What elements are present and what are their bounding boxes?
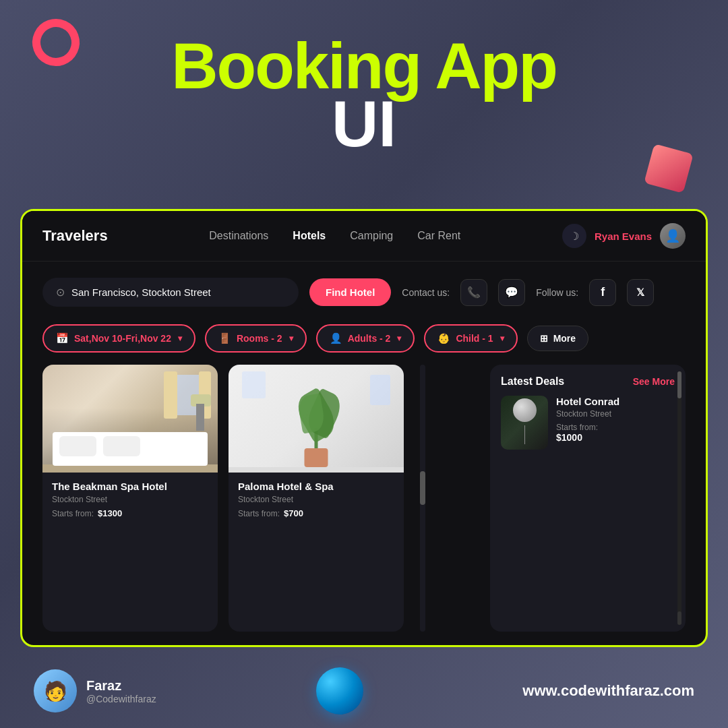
deal-image xyxy=(501,396,548,450)
search-row: ⊙ Find Hotel Contact us: 📞 💬 Follow us: … xyxy=(42,278,686,307)
app-card: Travelers Destinations Hotels Camping Ca… xyxy=(20,209,708,647)
hotels-scrollbar[interactable] xyxy=(420,365,425,632)
navbar: Travelers Destinations Hotels Camping Ca… xyxy=(22,211,706,262)
deals-panel: Latest Deals See More Hotel Conrad Stock… xyxy=(490,365,686,632)
deals-header: Latest Deals See More xyxy=(501,375,675,388)
hotel-price-row: Starts from: $700 xyxy=(238,508,394,518)
child-filter[interactable]: 👶 Child - 1 ▾ xyxy=(424,324,517,353)
user-name: Ryan Evans xyxy=(595,231,652,242)
hotel-image-bedroom xyxy=(42,365,218,473)
date-filter[interactable]: 📅 Sat,Nov 10-Fri,Nov 22 ▾ xyxy=(42,324,195,353)
rooms-icon: 🚪 xyxy=(218,332,231,344)
nav-right: ☽ Ryan Evans 👤 xyxy=(562,223,686,249)
footer-author-area: 🧑 Faraz @Codewithfaraz xyxy=(34,669,156,712)
filters-row: 📅 Sat,Nov 10-Fri,Nov 22 ▾ 🚪 Rooms - 2 ▾ … xyxy=(22,317,706,365)
deal-starts-label: Starts from: xyxy=(556,423,675,432)
rooms-filter-label: Rooms - 2 xyxy=(237,333,282,344)
deal-price: $1000 xyxy=(556,432,675,443)
dark-mode-icon[interactable]: ☽ xyxy=(562,224,586,248)
deals-title: Latest Deals xyxy=(501,375,564,388)
nav-link-destinations[interactable]: Destinations xyxy=(209,230,268,242)
rooms-filter[interactable]: 🚪 Rooms - 2 ▾ xyxy=(205,324,307,353)
hotel-name: The Beakman Spa Hotel xyxy=(52,481,208,492)
more-filter-label: More xyxy=(553,333,576,344)
nav-link-hotels[interactable]: Hotels xyxy=(293,230,326,242)
child-chevron-icon: ▾ xyxy=(500,334,504,343)
more-filter[interactable]: ⊞ More xyxy=(527,326,588,351)
child-icon: 👶 xyxy=(437,332,450,344)
page-title-line2: UI xyxy=(0,92,728,156)
hotel-card[interactable]: The Beakman Spa Hotel Stockton Street St… xyxy=(42,365,218,632)
user-avatar: 👤 xyxy=(660,223,686,249)
hotel-image-plant xyxy=(229,365,404,473)
follow-label: Follow us: xyxy=(536,287,578,298)
contact-label: Contact us: xyxy=(402,287,450,298)
search-input[interactable] xyxy=(71,286,285,298)
twitter-button[interactable]: 𝕏 xyxy=(627,279,654,306)
deal-name: Hotel Conrad xyxy=(556,396,675,407)
balloon-shape xyxy=(513,398,537,422)
adults-filter[interactable]: 👤 Adults - 2 ▾ xyxy=(316,324,415,353)
hotel-card[interactable]: Paloma Hotel & Spa Stockton Street Start… xyxy=(229,365,404,632)
price-label: Starts from: xyxy=(52,509,94,518)
find-hotel-button[interactable]: Find Hotel xyxy=(309,278,391,306)
chat-button[interactable]: 💬 xyxy=(498,279,525,306)
nav-links: Destinations Hotels Camping Car Rent xyxy=(128,230,542,242)
deal-card[interactable]: Hotel Conrad Stockton Street Starts from… xyxy=(501,396,675,450)
price-value: $700 xyxy=(284,508,303,518)
more-filter-icon: ⊞ xyxy=(540,333,548,344)
date-chevron-icon: ▾ xyxy=(178,334,182,343)
hotel-price-row: Starts from: $1300 xyxy=(52,508,208,518)
search-section: ⊙ Find Hotel Contact us: 📞 💬 Follow us: … xyxy=(22,262,706,317)
adults-filter-label: Adults - 2 xyxy=(348,333,391,344)
price-label: Starts from: xyxy=(238,509,280,518)
hotel-info: The Beakman Spa Hotel Stockton Street St… xyxy=(42,473,218,526)
adults-chevron-icon: ▾ xyxy=(397,334,401,343)
price-value: $1300 xyxy=(98,508,122,518)
deal-info: Hotel Conrad Stockton Street Starts from… xyxy=(556,396,675,443)
facebook-button[interactable]: f xyxy=(589,279,616,306)
page-title-area: Booking App UI xyxy=(0,0,728,156)
hotel-street: Stockton Street xyxy=(52,495,208,504)
footer: 🧑 Faraz @Codewithfaraz www.codewithfaraz… xyxy=(0,654,728,728)
nav-link-camping[interactable]: Camping xyxy=(350,230,393,242)
footer-handle: @Codewithfaraz xyxy=(86,694,156,704)
decorative-ball xyxy=(316,667,363,715)
footer-website: www.codewithfaraz.com xyxy=(522,682,694,700)
deal-street: Stockton Street xyxy=(556,409,675,419)
phone-button[interactable]: 📞 xyxy=(460,279,487,306)
date-filter-label: Sat,Nov 10-Fri,Nov 22 xyxy=(74,333,171,344)
footer-author-info: Faraz @Codewithfaraz xyxy=(86,678,156,704)
hotels-scroll-thumb[interactable] xyxy=(420,471,425,505)
deals-scroll-thumb-top[interactable] xyxy=(677,371,681,398)
search-input-wrap[interactable]: ⊙ xyxy=(42,278,299,307)
content-area: The Beakman Spa Hotel Stockton Street St… xyxy=(22,365,706,645)
location-icon: ⊙ xyxy=(56,286,65,299)
calendar-icon: 📅 xyxy=(56,332,69,344)
footer-avatar: 🧑 xyxy=(34,669,77,712)
hotel-name: Paloma Hotel & Spa xyxy=(238,481,394,492)
nav-brand: Travelers xyxy=(42,227,108,245)
see-more-button[interactable]: See More xyxy=(633,376,675,387)
deal-image-inner xyxy=(501,396,548,450)
deals-scroll-thumb-bottom[interactable] xyxy=(677,611,681,625)
footer-author-name: Faraz xyxy=(86,678,156,694)
hotel-info: Paloma Hotel & Spa Stockton Street Start… xyxy=(229,473,404,526)
child-filter-label: Child - 1 xyxy=(456,333,493,344)
adults-icon: 👤 xyxy=(330,332,342,344)
nav-link-car-rent[interactable]: Car Rent xyxy=(417,230,460,242)
deals-scrollbar[interactable] xyxy=(677,371,681,625)
rooms-chevron-icon: ▾ xyxy=(289,334,293,343)
hotel-street: Stockton Street xyxy=(238,495,394,504)
hotels-list: The Beakman Spa Hotel Stockton Street St… xyxy=(42,365,490,632)
